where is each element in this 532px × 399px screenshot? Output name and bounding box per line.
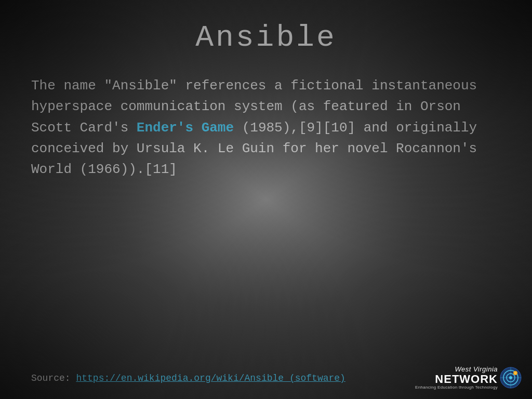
enders-game-link[interactable]: Ender's Game — [137, 120, 234, 136]
slide-body: The name "Ansible" references a fictiona… — [31, 75, 501, 368]
logo-tagline: Enhancing Education through Technology — [415, 385, 498, 390]
slide-title: Ansible — [31, 21, 501, 55]
source-label: Source: — [31, 373, 71, 383]
logo-network-text: NETWORK — [415, 374, 498, 385]
slide: Ansible The name "Ansible" references a … — [0, 0, 532, 399]
logo-area: West Virginia NETWORK Enhancing Educatio… — [415, 365, 522, 390]
svg-point-7 — [514, 372, 516, 374]
logo-text-block: West Virginia NETWORK Enhancing Educatio… — [415, 365, 498, 390]
logo-container: West Virginia NETWORK Enhancing Educatio… — [415, 365, 522, 390]
wv-network-logo-icon — [500, 367, 522, 389]
source-link[interactable]: https://en.wikipedia.org/wiki/Ansible (s… — [76, 373, 345, 383]
